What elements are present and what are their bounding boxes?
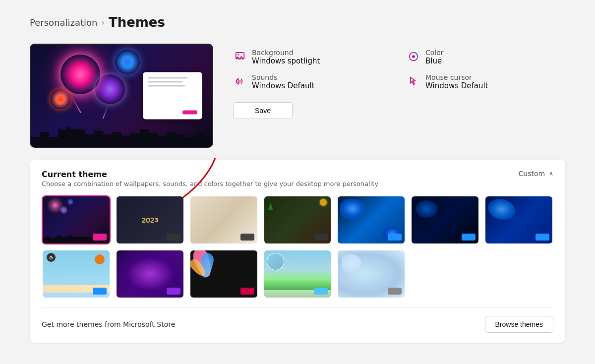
color-info-item[interactable]: Color Blue xyxy=(407,49,565,65)
theme-info-panel: Background Windows spotlight Colo xyxy=(233,44,565,119)
theme-overlay-12 xyxy=(388,288,402,295)
svg-marker-4 xyxy=(237,79,238,84)
theme-item-christmas[interactable] xyxy=(263,195,332,244)
sounds-label: Sounds xyxy=(252,73,315,81)
theme-info-grid: Background Windows spotlight Colo xyxy=(233,49,565,90)
dialog-line-2 xyxy=(148,81,182,83)
theme-overlay-4 xyxy=(314,234,328,241)
firework-1 xyxy=(60,55,100,94)
mouse-icon xyxy=(407,74,420,88)
theme-overlay-1 xyxy=(93,234,107,241)
theme-overlay-5 xyxy=(388,234,402,241)
current-theme-section: Current theme Choose a combination of wa… xyxy=(30,160,565,343)
page-container: Personalization › Themes xyxy=(0,0,595,358)
ms-store-label: Get more themes from Microsoft Store xyxy=(42,320,175,328)
firework-2 xyxy=(95,74,125,104)
theme-overlay-6 xyxy=(462,234,476,241)
theme-item-fireworks[interactable] xyxy=(42,195,111,244)
color-label: Color xyxy=(425,49,444,57)
theme-preview xyxy=(30,44,213,148)
themes-grid-row2: ⊙ xyxy=(42,249,553,299)
theme-item-landscape[interactable] xyxy=(263,249,332,299)
background-value: Windows spotlight xyxy=(252,57,320,65)
color-icon xyxy=(407,50,420,63)
theme-overlay-7 xyxy=(536,234,549,241)
toggle-label: Custom xyxy=(519,170,545,178)
background-icon xyxy=(233,50,247,63)
sounds-info-item[interactable]: Sounds Windows Default xyxy=(233,73,392,90)
save-button[interactable]: Save xyxy=(233,102,293,119)
dialog-button-accent xyxy=(182,111,197,115)
breadcrumb: Personalization › Themes xyxy=(30,15,565,30)
theme-overlay-2 xyxy=(167,234,180,241)
mouse-label: Mouse cursor xyxy=(425,73,488,81)
section-header: Current theme Choose a combination of wa… xyxy=(42,170,553,187)
themes-grid: 202 3 xyxy=(42,195,553,244)
mouse-text: Mouse cursor Windows Default xyxy=(425,73,488,90)
background-label: Background xyxy=(252,49,320,57)
chevron-up-icon: ∧ xyxy=(549,170,553,177)
breadcrumb-current: Themes xyxy=(109,15,165,30)
sounds-text: Sounds Windows Default xyxy=(252,73,315,90)
dialog-line-3 xyxy=(148,85,185,87)
sounds-icon xyxy=(233,74,247,88)
background-info-item[interactable]: Background Windows spotlight xyxy=(233,49,392,65)
theme-item-beach[interactable]: ⊙ xyxy=(42,249,111,299)
theme-item-blue-bloom[interactable] xyxy=(337,195,406,244)
sounds-value: Windows Default xyxy=(252,81,315,90)
theme-item-dark[interactable] xyxy=(411,195,479,244)
top-section: Background Windows spotlight Colo xyxy=(30,44,565,148)
theme-overlay-10 xyxy=(240,288,254,295)
preview-dialog-window xyxy=(143,72,202,120)
svg-point-3 xyxy=(412,55,415,58)
breadcrumb-parent[interactable]: Personalization xyxy=(30,17,97,28)
theme-item-flow[interactable] xyxy=(484,195,553,244)
theme-overlay-8 xyxy=(93,288,107,295)
mouse-info-item[interactable]: Mouse cursor Windows Default xyxy=(407,73,565,90)
theme-item-colorful[interactable] xyxy=(189,249,258,299)
theme-item-light[interactable] xyxy=(189,195,258,244)
mouse-value: Windows Default xyxy=(425,81,488,90)
theme-overlay-11 xyxy=(314,288,328,295)
firework-4 xyxy=(51,89,70,109)
color-value: Blue xyxy=(425,57,444,65)
store-bar: Get more themes from Microsoft Store Bro… xyxy=(42,307,553,333)
theme-overlay-9 xyxy=(167,288,180,295)
firework-streak-1 xyxy=(70,95,81,113)
theme-overlay-3 xyxy=(240,234,254,241)
color-text: Color Blue xyxy=(425,49,444,65)
theme-item-soft[interactable] xyxy=(337,249,406,299)
theme-item-purple-neon[interactable] xyxy=(116,249,184,299)
firework-3 xyxy=(115,50,140,74)
svg-point-1 xyxy=(238,54,239,56)
background-text: Background Windows spotlight xyxy=(252,49,320,65)
dialog-line-1 xyxy=(148,77,187,79)
section-toggle[interactable]: Custom ∧ xyxy=(519,170,553,178)
breadcrumb-separator: › xyxy=(101,18,104,27)
browse-themes-button[interactable]: Browse themes xyxy=(485,316,553,333)
theme-item-newyear[interactable]: 202 3 xyxy=(116,195,184,244)
